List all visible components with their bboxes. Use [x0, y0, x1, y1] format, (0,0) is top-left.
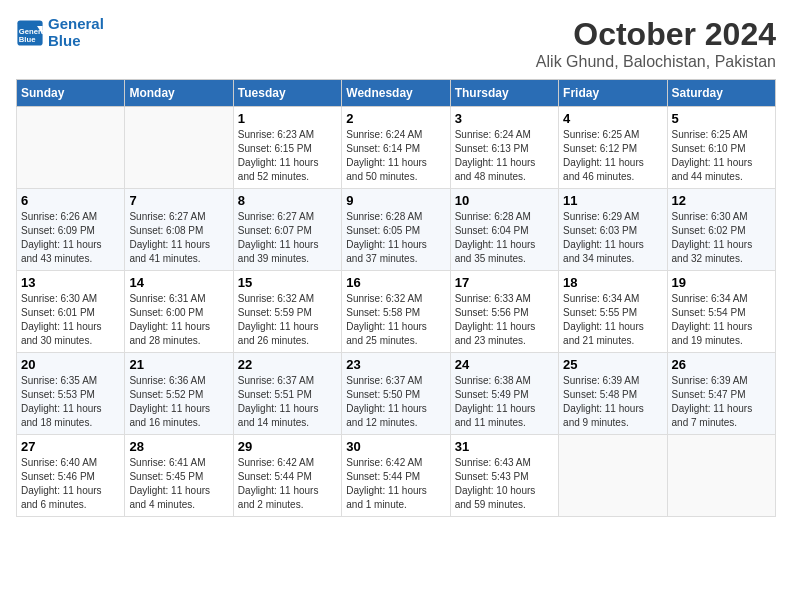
day-info: Sunrise: 6:27 AM Sunset: 6:07 PM Dayligh… [238, 210, 337, 266]
calendar-cell [17, 107, 125, 189]
day-number: 8 [238, 193, 337, 208]
calendar-cell: 1Sunrise: 6:23 AM Sunset: 6:15 PM Daylig… [233, 107, 341, 189]
day-number: 25 [563, 357, 662, 372]
calendar-cell [667, 435, 775, 517]
calendar-cell: 21Sunrise: 6:36 AM Sunset: 5:52 PM Dayli… [125, 353, 233, 435]
day-number: 23 [346, 357, 445, 372]
day-info: Sunrise: 6:36 AM Sunset: 5:52 PM Dayligh… [129, 374, 228, 430]
day-info: Sunrise: 6:42 AM Sunset: 5:44 PM Dayligh… [346, 456, 445, 512]
day-number: 15 [238, 275, 337, 290]
calendar-cell: 27Sunrise: 6:40 AM Sunset: 5:46 PM Dayli… [17, 435, 125, 517]
day-info: Sunrise: 6:34 AM Sunset: 5:54 PM Dayligh… [672, 292, 771, 348]
calendar-cell: 13Sunrise: 6:30 AM Sunset: 6:01 PM Dayli… [17, 271, 125, 353]
calendar-header: SundayMondayTuesdayWednesdayThursdayFrid… [17, 80, 776, 107]
day-number: 12 [672, 193, 771, 208]
day-info: Sunrise: 6:37 AM Sunset: 5:50 PM Dayligh… [346, 374, 445, 430]
calendar-cell: 9Sunrise: 6:28 AM Sunset: 6:05 PM Daylig… [342, 189, 450, 271]
day-info: Sunrise: 6:28 AM Sunset: 6:04 PM Dayligh… [455, 210, 554, 266]
day-info: Sunrise: 6:31 AM Sunset: 6:00 PM Dayligh… [129, 292, 228, 348]
calendar-cell: 25Sunrise: 6:39 AM Sunset: 5:48 PM Dayli… [559, 353, 667, 435]
day-info: Sunrise: 6:25 AM Sunset: 6:12 PM Dayligh… [563, 128, 662, 184]
day-number: 7 [129, 193, 228, 208]
location-subtitle: Alik Ghund, Balochistan, Pakistan [536, 53, 776, 71]
calendar-cell: 3Sunrise: 6:24 AM Sunset: 6:13 PM Daylig… [450, 107, 558, 189]
day-number: 18 [563, 275, 662, 290]
day-number: 1 [238, 111, 337, 126]
calendar-cell: 10Sunrise: 6:28 AM Sunset: 6:04 PM Dayli… [450, 189, 558, 271]
day-info: Sunrise: 6:32 AM Sunset: 5:58 PM Dayligh… [346, 292, 445, 348]
calendar-cell: 26Sunrise: 6:39 AM Sunset: 5:47 PM Dayli… [667, 353, 775, 435]
calendar-week-row: 1Sunrise: 6:23 AM Sunset: 6:15 PM Daylig… [17, 107, 776, 189]
calendar-cell: 23Sunrise: 6:37 AM Sunset: 5:50 PM Dayli… [342, 353, 450, 435]
day-info: Sunrise: 6:30 AM Sunset: 6:01 PM Dayligh… [21, 292, 120, 348]
weekday-header: Thursday [450, 80, 558, 107]
calendar-week-row: 13Sunrise: 6:30 AM Sunset: 6:01 PM Dayli… [17, 271, 776, 353]
calendar-cell: 19Sunrise: 6:34 AM Sunset: 5:54 PM Dayli… [667, 271, 775, 353]
day-info: Sunrise: 6:28 AM Sunset: 6:05 PM Dayligh… [346, 210, 445, 266]
day-info: Sunrise: 6:33 AM Sunset: 5:56 PM Dayligh… [455, 292, 554, 348]
day-number: 3 [455, 111, 554, 126]
day-number: 22 [238, 357, 337, 372]
calendar-table: SundayMondayTuesdayWednesdayThursdayFrid… [16, 79, 776, 517]
calendar-cell: 8Sunrise: 6:27 AM Sunset: 6:07 PM Daylig… [233, 189, 341, 271]
day-info: Sunrise: 6:41 AM Sunset: 5:45 PM Dayligh… [129, 456, 228, 512]
weekday-header: Friday [559, 80, 667, 107]
day-number: 24 [455, 357, 554, 372]
svg-text:Blue: Blue [19, 35, 36, 44]
calendar-cell: 24Sunrise: 6:38 AM Sunset: 5:49 PM Dayli… [450, 353, 558, 435]
day-number: 2 [346, 111, 445, 126]
calendar-cell: 20Sunrise: 6:35 AM Sunset: 5:53 PM Dayli… [17, 353, 125, 435]
calendar-cell: 5Sunrise: 6:25 AM Sunset: 6:10 PM Daylig… [667, 107, 775, 189]
weekday-header: Wednesday [342, 80, 450, 107]
day-number: 11 [563, 193, 662, 208]
day-info: Sunrise: 6:29 AM Sunset: 6:03 PM Dayligh… [563, 210, 662, 266]
calendar-cell [559, 435, 667, 517]
day-info: Sunrise: 6:34 AM Sunset: 5:55 PM Dayligh… [563, 292, 662, 348]
calendar-cell [125, 107, 233, 189]
day-number: 16 [346, 275, 445, 290]
day-info: Sunrise: 6:25 AM Sunset: 6:10 PM Dayligh… [672, 128, 771, 184]
day-number: 28 [129, 439, 228, 454]
day-info: Sunrise: 6:43 AM Sunset: 5:43 PM Dayligh… [455, 456, 554, 512]
day-info: Sunrise: 6:26 AM Sunset: 6:09 PM Dayligh… [21, 210, 120, 266]
weekday-header: Monday [125, 80, 233, 107]
calendar-cell: 16Sunrise: 6:32 AM Sunset: 5:58 PM Dayli… [342, 271, 450, 353]
logo-icon: General Blue [16, 19, 44, 47]
calendar-cell: 7Sunrise: 6:27 AM Sunset: 6:08 PM Daylig… [125, 189, 233, 271]
day-info: Sunrise: 6:39 AM Sunset: 5:47 PM Dayligh… [672, 374, 771, 430]
calendar-cell: 18Sunrise: 6:34 AM Sunset: 5:55 PM Dayli… [559, 271, 667, 353]
weekday-header: Sunday [17, 80, 125, 107]
calendar-body: 1Sunrise: 6:23 AM Sunset: 6:15 PM Daylig… [17, 107, 776, 517]
calendar-week-row: 27Sunrise: 6:40 AM Sunset: 5:46 PM Dayli… [17, 435, 776, 517]
logo-text: General [48, 16, 104, 33]
day-number: 10 [455, 193, 554, 208]
day-number: 29 [238, 439, 337, 454]
day-info: Sunrise: 6:42 AM Sunset: 5:44 PM Dayligh… [238, 456, 337, 512]
calendar-cell: 6Sunrise: 6:26 AM Sunset: 6:09 PM Daylig… [17, 189, 125, 271]
calendar-cell: 14Sunrise: 6:31 AM Sunset: 6:00 PM Dayli… [125, 271, 233, 353]
day-info: Sunrise: 6:30 AM Sunset: 6:02 PM Dayligh… [672, 210, 771, 266]
logo: General Blue General Blue [16, 16, 104, 49]
day-info: Sunrise: 6:24 AM Sunset: 6:13 PM Dayligh… [455, 128, 554, 184]
day-number: 4 [563, 111, 662, 126]
calendar-cell: 11Sunrise: 6:29 AM Sunset: 6:03 PM Dayli… [559, 189, 667, 271]
day-info: Sunrise: 6:24 AM Sunset: 6:14 PM Dayligh… [346, 128, 445, 184]
day-info: Sunrise: 6:39 AM Sunset: 5:48 PM Dayligh… [563, 374, 662, 430]
day-number: 31 [455, 439, 554, 454]
day-info: Sunrise: 6:37 AM Sunset: 5:51 PM Dayligh… [238, 374, 337, 430]
calendar-week-row: 20Sunrise: 6:35 AM Sunset: 5:53 PM Dayli… [17, 353, 776, 435]
month-title: October 2024 [536, 16, 776, 53]
calendar-cell: 31Sunrise: 6:43 AM Sunset: 5:43 PM Dayli… [450, 435, 558, 517]
calendar-cell: 17Sunrise: 6:33 AM Sunset: 5:56 PM Dayli… [450, 271, 558, 353]
day-number: 20 [21, 357, 120, 372]
calendar-cell: 15Sunrise: 6:32 AM Sunset: 5:59 PM Dayli… [233, 271, 341, 353]
calendar-cell: 12Sunrise: 6:30 AM Sunset: 6:02 PM Dayli… [667, 189, 775, 271]
day-number: 13 [21, 275, 120, 290]
day-info: Sunrise: 6:27 AM Sunset: 6:08 PM Dayligh… [129, 210, 228, 266]
calendar-cell: 22Sunrise: 6:37 AM Sunset: 5:51 PM Dayli… [233, 353, 341, 435]
calendar-cell: 30Sunrise: 6:42 AM Sunset: 5:44 PM Dayli… [342, 435, 450, 517]
calendar-cell: 29Sunrise: 6:42 AM Sunset: 5:44 PM Dayli… [233, 435, 341, 517]
day-number: 19 [672, 275, 771, 290]
calendar-week-row: 6Sunrise: 6:26 AM Sunset: 6:09 PM Daylig… [17, 189, 776, 271]
day-number: 30 [346, 439, 445, 454]
